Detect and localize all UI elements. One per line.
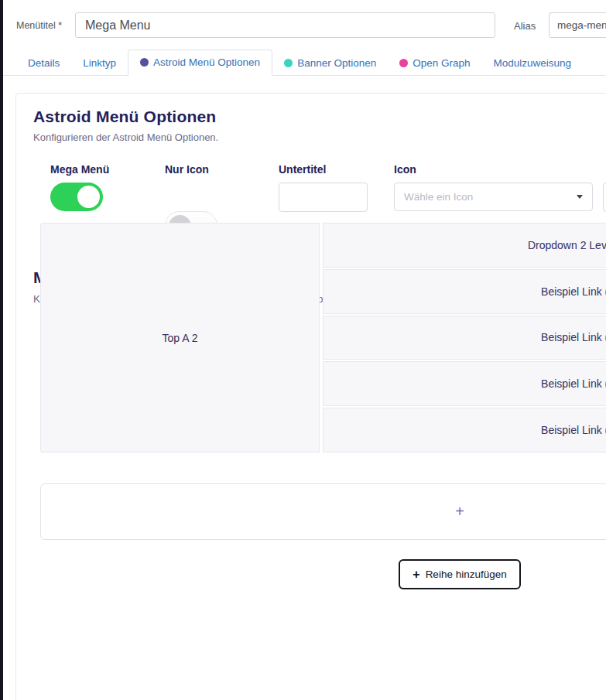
panel-subtitle: Konfigurieren der Astroid Menü Optionen. [33,131,606,143]
child-items-column: Dropdown 2 Level (Child Item) Beispiel L… [323,223,606,452]
child-item-label: Beispiel Link (Child Item) [541,331,606,343]
tab-linktyp-label: Linktyp [83,57,116,69]
chevron-down-icon [577,195,583,199]
untertitel-input[interactable] [279,183,368,212]
button-row: + Reihe hinzufügen [40,559,606,589]
tab-banner-optionen[interactable]: Banner Optionen [272,51,388,76]
nur-icon-label: Nur Icon [165,163,209,176]
mega-menu-label: Mega Menü [50,163,109,176]
mega-menu-table: Top A 2 Dropdown 2 Level (Child Item) Be… [40,223,606,452]
plus-icon: + [413,569,419,581]
icon-select[interactable]: Wähle ein Icon [394,183,593,211]
tab-astroid-label: Astroid Menü Optionen [153,56,260,68]
alias-label: Alias [514,20,536,32]
plus-icon: + [455,503,464,521]
menu-title-label: Menütitel * [16,20,62,31]
tab-open-graph-label: Open Graph [413,57,470,69]
toggle-knob [77,186,100,208]
menu-title-input[interactable] [75,12,495,38]
child-item-label: Beispiel Link (Child Item) [541,285,606,298]
child-item-row[interactable]: Beispiel Link (Child Item) [323,269,606,314]
tab-bar: Details Linktyp Astroid Menü Optionen Ba… [0,49,606,76]
child-item-row[interactable]: Dropdown 2 Level (Child Item) [323,223,606,268]
parent-item-cell[interactable]: Top A 2 [40,223,320,452]
mega-menu-builder: Top A 2 Dropdown 2 Level (Child Item) Be… [40,223,606,589]
tab-linktyp[interactable]: Linktyp [71,51,128,76]
child-item-label: Beispiel Link (Child Item) [541,377,606,390]
open-graph-tab-dot-icon [399,59,408,67]
tab-astroid-menu-optionen[interactable]: Astroid Menü Optionen [128,50,272,76]
tab-details-label: Details [28,57,60,69]
title-alias-row: Menütitel * Alias [0,0,606,46]
collapsed-sidebar-strip [0,0,3,700]
tab-banner-label: Banner Optionen [297,57,376,69]
clipped-field-value[interactable]: K [603,183,606,212]
untertitel-label: Untertitel [279,163,326,176]
child-item-row[interactable]: Beispiel Link (Child Item) [323,316,606,360]
tab-details[interactable]: Details [16,51,71,76]
icon-select-placeholder: Wähle ein Icon [404,191,473,203]
tab-open-graph[interactable]: Open Graph [388,51,481,76]
mega-menu-toggle[interactable] [50,183,103,211]
child-item-label: Beispiel Link (Child Item) [541,424,606,436]
alias-input[interactable] [549,12,606,38]
add-cell-dropzone[interactable]: + [40,483,606,540]
child-item-row[interactable]: Beispiel Link (Child Item) [323,361,606,406]
child-item-label: Dropdown 2 Level (Child Item) [528,239,606,251]
astroid-tab-dot-icon [140,58,149,67]
icon-label: Icon [394,163,416,176]
add-row-button[interactable]: + Reihe hinzufügen [399,559,520,589]
banner-tab-dot-icon [284,59,293,67]
parent-item-label: Top A 2 [163,332,198,344]
add-row-button-label: Reihe hinzufügen [426,569,507,580]
panel-title: Astroid Menü Optionen [33,108,606,126]
tab-modulzuweisung-label: Modulzuweisung [494,57,572,69]
tab-modulzuweisung[interactable]: Modulzuweisung [482,51,584,76]
child-item-row[interactable]: Beispiel Link (Child Item) [323,408,606,452]
